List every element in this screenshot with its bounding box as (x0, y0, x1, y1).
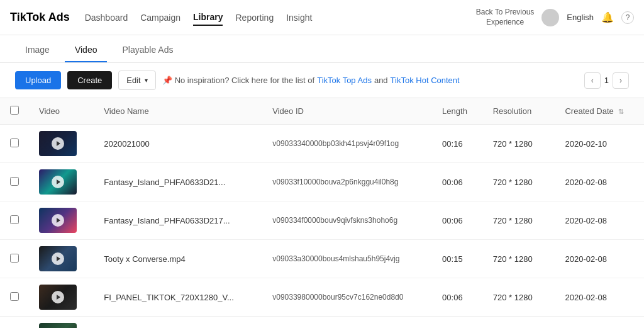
help-icon[interactable]: ? (621, 11, 634, 24)
row-length: 00:06 (432, 201, 483, 240)
table-header-row: Video Video Name Video ID Length Resolut… (0, 98, 644, 125)
video-thumbnail[interactable] (39, 323, 77, 328)
th-video-id: Video ID (262, 98, 432, 125)
video-thumbnail[interactable] (39, 131, 77, 156)
th-length: Length (432, 98, 483, 125)
header: TikTok Ads Dashboard Campaign Library Re… (0, 0, 644, 35)
bell-icon[interactable]: 🔔 (601, 11, 614, 23)
video-table-container: Video Video Name Video ID Length Resolut… (0, 98, 644, 328)
row-length: 00:06 (432, 317, 483, 329)
row-checkbox[interactable] (10, 215, 19, 224)
play-triangle (57, 141, 60, 146)
row-resolution: 720 * 1280 (483, 201, 555, 240)
row-checkbox[interactable] (10, 254, 19, 263)
tiktok-hot-content-link[interactable]: TikTok Hot Content (391, 76, 460, 85)
row-created: 2020-02-08 (555, 163, 644, 201)
row-created: 2020-02-10 (555, 125, 644, 163)
inspiration-message: 📌 No inspiration? Click here for the lis… (162, 76, 460, 85)
row-length: 00:16 (432, 125, 483, 163)
create-button[interactable]: Create (67, 71, 112, 89)
tiktok-top-ads-link[interactable]: TikTok Top Ads (317, 76, 372, 85)
back-to-previous[interactable]: Back To Previous Experience (476, 8, 535, 27)
next-page-button[interactable]: › (613, 72, 629, 89)
logo-text: TikTok Ads (10, 11, 70, 24)
row-id: v09033f70000bour8abnqog9o8beg06g (262, 317, 432, 329)
table-row: 2020021000 v09033340000bp03kh41psvj4r09f… (0, 125, 644, 163)
row-thumb-cell (29, 278, 94, 317)
back-line1: Back To Previous (476, 8, 535, 18)
play-button-icon (52, 252, 64, 265)
sub-tabs: Image Video Playable Ads (0, 35, 644, 63)
row-id: v09033980000bour95cv7c162ne0d8d0 (262, 278, 432, 317)
row-length: 00:06 (432, 163, 483, 201)
row-length: 00:15 (432, 240, 483, 278)
video-table: Video Video Name Video ID Length Resolut… (0, 98, 644, 328)
row-id: v090334f0000bouv9qivfskns3hoho6g (262, 201, 432, 240)
table-row: Fantasy_Island_PHFA0633D217... v090334f0… (0, 201, 644, 240)
row-created: 2020-02-08 (555, 278, 644, 317)
table-row: Fantasy_Island_PHFA0633D21... v09033f100… (0, 163, 644, 201)
nav-reporting[interactable]: Reporting (235, 10, 274, 25)
row-resolution: 720 * 1280 (483, 240, 555, 278)
play-triangle (57, 256, 60, 261)
table-body: 2020021000 v09033340000bp03kh41psvj4r09f… (0, 125, 644, 329)
table-row: FI_LUCY_720x1280_TIKTOK_VA... v09033f700… (0, 317, 644, 329)
language-selector[interactable]: English (567, 13, 594, 22)
row-thumb-cell (29, 317, 94, 329)
th-video: Video (29, 98, 94, 125)
video-thumbnail[interactable] (39, 246, 77, 271)
row-checkbox[interactable] (10, 177, 19, 186)
row-resolution: 720 * 1280 (483, 125, 555, 163)
row-name: Fantasy_Island_PHFA0633D217... (94, 201, 262, 240)
header-right: Back To Previous Experience English 🔔 ? (476, 8, 634, 27)
th-resolution: Resolution (483, 98, 555, 125)
video-thumbnail[interactable] (39, 285, 77, 310)
edit-button[interactable]: Edit ▾ (118, 71, 155, 90)
row-id: v09033f10000bouva2p6nkggu4il0h8g (262, 163, 432, 201)
avatar[interactable] (541, 9, 559, 26)
row-length: 00:06 (432, 278, 483, 317)
sort-icon: ⇅ (618, 108, 624, 115)
row-name: Tooty x Converse.mp4 (94, 240, 262, 278)
nav-dashboard[interactable]: Dashboard (85, 10, 128, 25)
page-number: 1 (604, 76, 609, 85)
row-checkbox[interactable] (10, 292, 19, 301)
row-resolution: 720 * 1280 (483, 317, 555, 329)
row-created: 2020-02-08 (555, 317, 644, 329)
upload-button[interactable]: Upload (15, 71, 61, 89)
row-thumb-cell (29, 201, 94, 240)
toolbar: Upload Create Edit ▾ 📌 No inspiration? C… (0, 63, 644, 98)
back-line2: Experience (476, 18, 535, 28)
row-checkbox-cell (0, 125, 29, 163)
chevron-down-icon: ▾ (145, 77, 148, 84)
nav-library[interactable]: Library (193, 9, 223, 26)
video-thumbnail[interactable] (39, 169, 77, 195)
row-created: 2020-02-08 (555, 240, 644, 278)
row-name: FI_LUCY_720x1280_TIKTOK_VA... (94, 317, 262, 329)
play-triangle (57, 295, 60, 300)
row-name: FI_PANEL_TIKTOK_720X1280_V... (94, 278, 262, 317)
video-thumbnail[interactable] (39, 208, 77, 233)
th-created-date[interactable]: Created Date ⇅ (555, 98, 644, 125)
nav-insight[interactable]: Insight (286, 10, 312, 25)
row-thumb-cell (29, 163, 94, 201)
row-resolution: 720 * 1280 (483, 278, 555, 317)
th-video-name: Video Name (94, 98, 262, 125)
main-nav: Dashboard Campaign Library Reporting Ins… (85, 9, 461, 26)
row-checkbox[interactable] (10, 139, 19, 147)
row-created: 2020-02-08 (555, 201, 644, 240)
logo: TikTok Ads (10, 11, 70, 24)
tab-playable-ads[interactable]: Playable Ads (112, 38, 183, 62)
pin-icon: 📌 (162, 76, 172, 85)
prev-page-button[interactable]: ‹ (584, 72, 601, 89)
row-checkbox-cell (0, 163, 29, 201)
tab-video[interactable]: Video (65, 38, 108, 62)
row-thumb-cell (29, 240, 94, 278)
table-row: FI_PANEL_TIKTOK_720X1280_V... v090339800… (0, 278, 644, 317)
row-thumb-cell (29, 125, 94, 163)
nav-campaign[interactable]: Campaign (140, 10, 180, 25)
play-button-icon (52, 137, 64, 150)
select-all-checkbox[interactable] (10, 106, 19, 115)
play-triangle (57, 218, 60, 223)
tab-image[interactable]: Image (15, 38, 60, 62)
